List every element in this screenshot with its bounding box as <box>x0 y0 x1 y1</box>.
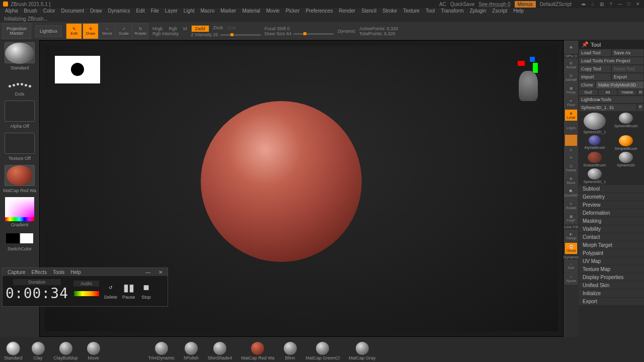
brush-swatch[interactable] <box>5 42 35 63</box>
linefill-label[interactable]: Line Fill <box>564 225 578 229</box>
scale-mode-button[interactable]: ⤢Scale <box>116 23 132 39</box>
z-intensity-slider[interactable]: Z Intensity 25 <box>191 32 218 37</box>
lightbox-tools-button[interactable]: Lightbox▸Tools <box>579 96 644 104</box>
section-subtool[interactable]: Subtool <box>579 185 644 193</box>
section-texturemap[interactable]: Texture Map <box>579 265 644 274</box>
tool-sphere3d[interactable]: Sphere3D <box>611 152 641 167</box>
aahalf-button[interactable]: ⊟AAHalf <box>565 71 578 83</box>
menu-render[interactable]: Render <box>336 8 358 15</box>
transp-button[interactable]: ◐Transp <box>565 230 578 242</box>
brush-hpolish[interactable]: hPolish <box>184 342 199 360</box>
help-icon[interactable]: ? <box>608 1 614 7</box>
section-contact[interactable]: Contact <box>579 233 644 241</box>
draw-mode-button[interactable]: ✢Draw <box>83 23 99 39</box>
import-button[interactable]: Import <box>579 73 611 81</box>
layout-icon[interactable]: ▥ <box>599 1 605 7</box>
section-morphtarget[interactable]: Morph Target <box>579 241 644 249</box>
rotate-world-btn[interactable]: ⟳ <box>565 154 578 161</box>
move-view-button[interactable]: ✥Move <box>565 174 578 187</box>
bpr-button[interactable]: ◉ <box>565 41 578 53</box>
menu-marker[interactable]: Marker <box>217 8 239 15</box>
m-toggle[interactable]: M <box>183 26 187 31</box>
goz-all-button[interactable]: All <box>598 89 618 96</box>
zadd-toggle[interactable]: Zadd <box>191 25 209 32</box>
section-unifiedskin[interactable]: Unified Skin <box>579 282 644 290</box>
section-visibility[interactable]: Visibility <box>579 225 644 233</box>
draw-size-slider[interactable]: Draw Size 64 <box>265 31 292 36</box>
focal-shift-slider[interactable]: Focal Shift 0 <box>265 26 334 31</box>
menu-tool[interactable]: Tool <box>423 8 438 15</box>
goz-visible-button[interactable]: Visible <box>617 89 637 96</box>
menu-zplugin[interactable]: Zplugin <box>467 8 490 15</box>
lsym-button[interactable]: LSym <box>565 122 578 134</box>
goz-button[interactable]: GoZ <box>579 89 598 96</box>
actual-button[interactable]: ⊞Actual <box>565 59 578 71</box>
menu-material[interactable]: Material <box>239 8 263 15</box>
section-uvmap[interactable]: UV Map <box>579 257 644 265</box>
zoom-button[interactable]: 🔍ZoomSD <box>565 187 578 199</box>
ghost-button[interactable]: 👻Ghost <box>565 242 578 254</box>
copytool-button[interactable]: Copy Tool <box>579 65 611 73</box>
menu-macro[interactable]: Macro <box>198 8 218 15</box>
menus-toggle[interactable]: Menus <box>515 1 536 8</box>
tool-sphere3d-1b[interactable]: Sphere3D_1 <box>580 168 610 184</box>
stroke-dots-icon[interactable] <box>9 85 31 87</box>
polyf-button[interactable]: ▦PolyF <box>565 212 578 224</box>
persp-button[interactable]: ▦Persp <box>565 84 578 96</box>
rec-menu-tools[interactable]: Tools <box>50 269 67 275</box>
rec-close-icon[interactable]: ✕ <box>155 269 166 275</box>
menu-edit[interactable]: Edit <box>133 8 147 15</box>
tool-spherebrush[interactable]: SphereBrush <box>611 113 641 134</box>
menu-draw[interactable]: Draw <box>87 8 105 15</box>
makepolymesh-button[interactable]: Make PolyMesh3D <box>596 81 644 89</box>
projection-master-button[interactable]: Projection Master <box>2 23 31 39</box>
current-tool-name[interactable]: Sphere3D_1. 31 <box>579 104 637 112</box>
section-initialize[interactable]: Initialize <box>579 290 644 298</box>
spix-label[interactable]: SPix 3 <box>565 54 577 58</box>
rec-stop-button[interactable]: ■ Stop <box>140 282 152 300</box>
floor-button[interactable]: ▾Floor <box>565 97 578 109</box>
menu-help[interactable]: Help <box>510 8 527 15</box>
defaultscript-button[interactable]: DefaultZScript <box>540 2 572 7</box>
clone-button[interactable]: Clone <box>579 81 596 89</box>
section-geometry[interactable]: Geometry <box>579 193 644 201</box>
brush-trimdynamic[interactable]: TrimDynamic <box>148 342 175 360</box>
rec-minimize-icon[interactable]: — <box>142 269 153 275</box>
menu-file[interactable]: File <box>148 8 162 15</box>
solo-button[interactable]: ○Solo <box>565 260 578 272</box>
goz-r-button[interactable]: R <box>637 89 644 96</box>
screen-recorder-window[interactable]: Capture Effects Tools Help — ✕ Duration … <box>2 267 168 307</box>
brush-claybuildup[interactable]: ClayBuildup <box>54 342 78 360</box>
menu-transform[interactable]: Transform <box>438 8 466 15</box>
rgb-toggle[interactable]: Rgb <box>169 26 178 31</box>
zcut-toggle[interactable]: Zcut <box>227 25 236 32</box>
local-button[interactable]: ⊕Local <box>565 109 578 121</box>
rec-delete-button[interactable]: ↺ Delete <box>104 282 117 300</box>
menu-stroke[interactable]: Stroke <box>379 8 400 15</box>
color-secondary[interactable] <box>6 233 19 243</box>
seethrough-slider[interactable]: See-through 0 <box>478 2 510 7</box>
rotate-local-btn[interactable]: ↻ <box>565 147 578 154</box>
material-swatch[interactable] <box>5 165 35 186</box>
rec-menu-effects[interactable]: Effects <box>29 269 50 275</box>
dynamic-toggle[interactable]: Dynamic <box>338 29 355 34</box>
home-icon[interactable]: ⌂ <box>590 1 596 7</box>
mat-redwax[interactable]: MatCap Red Wa <box>241 342 274 360</box>
brush-clay[interactable]: Clay <box>32 342 45 360</box>
brush-move[interactable]: Move <box>87 342 100 360</box>
alpha-swatch[interactable] <box>5 101 35 122</box>
sphere-model[interactable] <box>201 101 362 262</box>
camera-head-widget[interactable] <box>519 71 538 101</box>
menu-layer[interactable]: Layer <box>162 8 181 15</box>
tool-simplebrush[interactable]: SimpleBrush <box>611 135 641 151</box>
rec-menu-capture[interactable]: Capture <box>5 269 29 275</box>
tool-panel-header[interactable]: 📌 Tool <box>579 40 644 49</box>
mat-greencl[interactable]: MatCap GreenCl <box>306 342 340 360</box>
menu-light[interactable]: Light <box>181 8 198 15</box>
rec-pause-button[interactable]: ▮▮ Pause <box>122 282 135 300</box>
menu-preferences[interactable]: Preferences <box>302 8 336 15</box>
tool-eraserbrush[interactable]: EraserBrush <box>580 152 610 167</box>
color-picker[interactable] <box>5 197 34 221</box>
loadtool-button[interactable]: Load Tool <box>579 49 611 57</box>
mat-skinshade4[interactable]: SkinShade4 <box>208 342 232 360</box>
